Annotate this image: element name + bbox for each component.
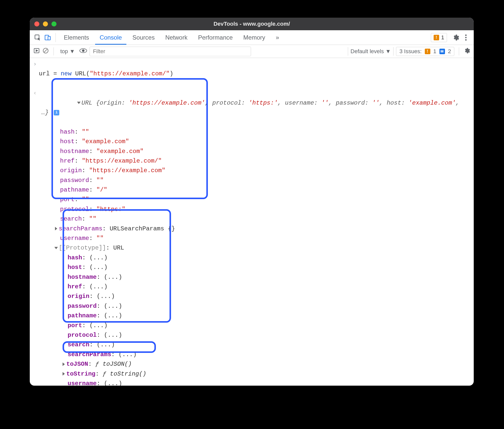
clear-console-icon[interactable] <box>42 47 49 55</box>
tab-memory[interactable]: Memory <box>239 30 270 45</box>
open-issues-badge[interactable]: ! 1 <box>431 33 447 42</box>
proto-prop-href[interactable]: href: (...) <box>68 282 474 292</box>
expand-icon[interactable] <box>77 102 81 104</box>
issues-info-count: 2 <box>448 48 451 55</box>
svg-point-11 <box>82 49 85 52</box>
prop-port: port: "" <box>60 195 474 204</box>
proto-prop-host[interactable]: host: (...) <box>68 263 474 272</box>
proto-prop-username[interactable]: username: (...) <box>68 379 474 386</box>
console-toolbar: top ▼ Default levels ▼ 3 Issues: ! 1 ✉ 2 <box>30 45 474 58</box>
info-badge-icon[interactable]: i <box>54 110 59 115</box>
proto-prop-hash[interactable]: hash: (...) <box>68 253 474 263</box>
proto-prop-searchParams[interactable]: searchParams: (...) <box>68 350 474 359</box>
prop-password: password: "" <box>60 176 474 185</box>
devtools-window: DevTools - www.google.com/ Elements Cons… <box>30 18 474 386</box>
zoom-window-button[interactable] <box>51 21 57 26</box>
tab-network[interactable]: Network <box>161 30 192 45</box>
tab-sources[interactable]: Sources <box>128 30 159 45</box>
svg-point-4 <box>465 37 467 38</box>
titlebar[interactable]: DevTools - www.google.com/ <box>30 18 474 30</box>
issues-label: 3 Issues: <box>399 48 422 55</box>
result-icon: ‹ <box>33 88 39 98</box>
expand-icon[interactable] <box>55 227 57 230</box>
close-window-button[interactable] <box>34 21 39 26</box>
prop-search: search: "" <box>60 214 474 224</box>
proto-prop-pathname[interactable]: pathname: (...) <box>68 311 474 321</box>
paren-close: ) <box>170 70 173 77</box>
live-expression-icon[interactable] <box>79 48 87 55</box>
proto-prop-password[interactable]: password: (...) <box>68 301 474 311</box>
console-result-header[interactable]: ‹ URL {origin: 'https://example.com', pr… <box>30 88 474 127</box>
own-properties: hash: ""host: "example.com"hostname: "ex… <box>60 127 474 224</box>
log-levels-select[interactable]: Default levels ▼ <box>348 47 394 56</box>
context-label: top <box>60 48 68 55</box>
traffic-lights <box>34 21 57 26</box>
expand-icon[interactable] <box>63 372 65 376</box>
gear-icon[interactable] <box>464 47 470 55</box>
console-output[interactable]: › url = new URL("https://example.com/") … <box>30 58 474 386</box>
device-toolbar-icon[interactable] <box>43 33 52 42</box>
prototype-header[interactable]: [[Prototype]]: URL <box>55 243 474 253</box>
tab-performance[interactable]: Performance <box>193 30 237 45</box>
svg-line-9 <box>44 49 47 52</box>
issues-warn-count: 1 <box>433 48 436 55</box>
prop-hash: hash: "" <box>60 127 474 137</box>
svg-point-3 <box>465 34 467 36</box>
console-input-line: › url = new URL("https://example.com/") <box>30 59 474 88</box>
levels-label: Default levels <box>351 48 384 55</box>
chevron-down-icon: ▼ <box>70 48 75 55</box>
execution-context-select[interactable]: top ▼ <box>58 47 77 56</box>
prop-href: href: "https://example.com/" <box>60 156 474 166</box>
code-text: url = <box>39 70 61 77</box>
warn-count: 1 <box>441 34 444 41</box>
chevron-down-icon: ▼ <box>385 48 391 55</box>
proto-prop-protocol[interactable]: protocol: (...) <box>68 330 474 340</box>
warning-icon: ! <box>425 49 430 54</box>
keyword-new: new <box>61 70 71 77</box>
tab-console[interactable]: Console <box>95 30 126 45</box>
prompt-icon: › <box>33 59 39 69</box>
issues-counter[interactable]: 3 Issues: ! 1 ✉ 2 <box>396 47 454 56</box>
class-label: URL { <box>81 100 100 106</box>
prop-username: username: "" <box>60 234 474 243</box>
prop-hostname: hostname: "example.com" <box>60 147 474 156</box>
separator <box>55 33 56 42</box>
prop-searchParams[interactable]: searchParams: URLSearchParams {} <box>55 224 474 234</box>
warning-icon: ! <box>434 35 439 40</box>
svg-marker-7 <box>36 50 38 51</box>
class-name: URL( <box>72 70 90 77</box>
tabs-overflow[interactable]: » <box>271 30 283 45</box>
proto-prop-port[interactable]: port: (...) <box>68 321 474 330</box>
panel-tabs: Elements Console Sources Network Perform… <box>30 30 474 45</box>
proto-prop-origin[interactable]: origin: (...) <box>68 292 474 301</box>
proto-prop-hostname[interactable]: hostname: (...) <box>68 272 474 282</box>
sidebar-toggle-icon[interactable] <box>33 47 40 55</box>
prop-protocol: protocol: "https:" <box>60 205 474 214</box>
minimize-window-button[interactable] <box>43 21 48 26</box>
tab-elements[interactable]: Elements <box>59 30 94 45</box>
prop-origin: origin: "https://example.com" <box>60 166 474 175</box>
prop-pathname: pathname: "/" <box>60 185 474 195</box>
kebab-icon[interactable] <box>462 33 470 42</box>
filter-input[interactable] <box>90 47 251 56</box>
proto-method-toJSON[interactable]: toJSON: ƒ toJSON() <box>63 359 474 369</box>
prototype-properties: hash: (...)host: (...)hostname: (...)hre… <box>68 253 474 359</box>
inspect-icon[interactable] <box>33 33 42 42</box>
expand-icon[interactable] <box>54 247 58 249</box>
prop-host: host: "example.com" <box>60 137 474 146</box>
proto-prop-search[interactable]: search: (...) <box>68 340 474 350</box>
gear-icon[interactable] <box>452 33 460 42</box>
svg-point-5 <box>465 39 467 41</box>
svg-rect-2 <box>48 36 50 40</box>
expand-icon[interactable] <box>63 362 65 366</box>
info-icon: ✉ <box>439 49 445 54</box>
window-title: DevTools - www.google.com/ <box>30 21 474 27</box>
proto-method-toString[interactable]: toString: ƒ toString() <box>63 369 474 379</box>
string-literal: "https://example.com/" <box>90 70 170 77</box>
